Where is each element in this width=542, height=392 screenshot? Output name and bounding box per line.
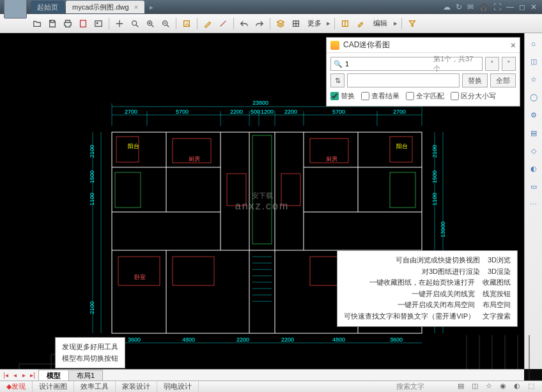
svg-rect-65 xyxy=(173,257,214,285)
search-panel: CAD迷你看图 × 🔍 第1个，共37个 ˄ ˅ ⇅ 替换 全部 替换 查看结果… xyxy=(326,37,520,107)
sb-search-placeholder[interactable]: 搜索文字 xyxy=(396,382,454,391)
svg-rect-64 xyxy=(118,257,160,285)
sb-design[interactable]: 设计画图 xyxy=(33,381,74,393)
book-button[interactable] xyxy=(339,17,352,30)
tab-first-button[interactable]: |◂ xyxy=(1,371,10,380)
check-case[interactable]: 区分大小写 xyxy=(451,91,496,101)
zoom-in-button[interactable] xyxy=(144,17,157,30)
brush-button[interactable] xyxy=(354,17,367,30)
gear-icon[interactable]: ⚙ xyxy=(527,109,540,121)
tab-last-button[interactable]: ▸| xyxy=(28,371,37,380)
search-input[interactable] xyxy=(345,60,433,68)
pan-button[interactable] xyxy=(113,17,126,30)
tab-next-button[interactable]: ▸ xyxy=(19,371,28,380)
filter-button[interactable] xyxy=(406,17,419,30)
user-avatar[interactable] xyxy=(4,0,27,19)
svg-text:卧室: 卧室 xyxy=(134,274,146,280)
close-tab-icon[interactable]: × xyxy=(134,3,138,11)
sync-icon[interactable]: ↻ xyxy=(456,3,462,11)
image-button[interactable] xyxy=(92,17,105,30)
save-button[interactable] xyxy=(46,17,59,30)
sb-homedecor[interactable]: 家装设计 xyxy=(116,381,157,393)
pdf-button[interactable] xyxy=(77,17,89,30)
open-button[interactable] xyxy=(31,17,43,30)
sb-cube-icon[interactable]: ⬚ xyxy=(528,382,538,392)
titlebar: 起始页 mycad示例图.dwg × ▸ ☁ ↻ ✉ 🎧 ⛶ — ◻ ✕ xyxy=(0,0,542,14)
add-tab-button[interactable]: ▸ xyxy=(146,3,157,11)
measure-icon[interactable]: ▭ xyxy=(527,180,540,193)
app-icon xyxy=(330,41,339,50)
zoom-extents-button[interactable] xyxy=(128,17,141,30)
replace-all-button[interactable]: 全部 xyxy=(490,73,516,87)
svg-point-2 xyxy=(97,22,98,24)
tab-layout1[interactable]: 布局1 xyxy=(68,370,103,381)
layers-button[interactable] xyxy=(274,17,287,30)
cube-icon[interactable]: ◫ xyxy=(527,55,540,68)
right-toolbar: ⌂ ◫ ☆ ◯ ⚙ ▤ ◇ ◐ ▭ ⋯ xyxy=(524,33,542,369)
sb-favorite-icon[interactable]: ☆ xyxy=(486,382,496,392)
swap-button[interactable]: ⇅ xyxy=(330,73,345,87)
check-replace[interactable]: 替换 xyxy=(330,91,355,101)
replace-input[interactable] xyxy=(350,77,456,84)
pencil-button[interactable] xyxy=(201,17,214,30)
edit-button[interactable]: 编辑 xyxy=(369,19,391,28)
svg-text:13900: 13900 xyxy=(440,222,446,237)
grid-button[interactable] xyxy=(290,17,302,30)
sb-layout-icon[interactable]: ◫ xyxy=(472,382,482,392)
star-icon[interactable]: ☆ xyxy=(527,73,540,86)
close-search-button[interactable]: × xyxy=(511,40,516,50)
sb-render-icon[interactable]: ◐ xyxy=(514,382,524,392)
more-button[interactable]: 更多 xyxy=(305,19,324,28)
tab-file-active[interactable]: mycad示例图.dwg × xyxy=(66,1,144,13)
svg-text:5700: 5700 xyxy=(176,109,189,115)
search-icon: 🔍 xyxy=(334,60,343,68)
close-icon[interactable]: ✕ xyxy=(530,3,537,11)
svg-text:2200: 2200 xyxy=(236,336,249,343)
sb-discover[interactable]: ◆ 发现 xyxy=(0,381,33,393)
line-button[interactable] xyxy=(217,17,229,30)
prev-result-button[interactable]: ˄ xyxy=(485,57,499,71)
tab-prev-button[interactable]: ◂ xyxy=(10,371,19,380)
text-button[interactable]: A xyxy=(180,17,193,30)
headset-icon[interactable]: 🎧 xyxy=(479,3,488,11)
next-result-button[interactable]: ˅ xyxy=(502,57,516,71)
check-whole-word[interactable]: 全字匹配 xyxy=(406,91,444,101)
circle-icon[interactable]: ◯ xyxy=(527,91,540,103)
maximize-icon[interactable]: ◻ xyxy=(519,3,525,11)
svg-text:2700: 2700 xyxy=(125,109,137,115)
zoom-out-button[interactable] xyxy=(159,17,172,30)
svg-text:1500: 1500 xyxy=(89,170,95,183)
undo-button[interactable] xyxy=(238,17,251,30)
redo-button[interactable] xyxy=(253,17,266,30)
sb-3d-icon[interactable]: ◉ xyxy=(500,382,510,392)
svg-rect-71 xyxy=(390,172,415,207)
tab-home[interactable]: 起始页 xyxy=(31,1,65,13)
sb-elec[interactable]: 弱电设计 xyxy=(157,381,199,393)
more-icon[interactable]: ⋯ xyxy=(527,198,540,211)
main-toolbar: A 更多▸ 编辑▸ xyxy=(0,14,542,33)
sb-tools[interactable]: 效率工具 xyxy=(74,381,116,393)
tab-model[interactable]: 模型 xyxy=(38,370,69,381)
fullscreen-icon[interactable]: ⛶ xyxy=(493,3,501,11)
replace-input-wrapper xyxy=(347,73,460,87)
print-button[interactable] xyxy=(61,17,74,30)
tag-icon[interactable]: ◇ xyxy=(527,144,540,157)
svg-text:阳台: 阳台 xyxy=(128,143,139,149)
home-icon[interactable]: ⌂ xyxy=(527,37,540,50)
minimize-icon[interactable]: — xyxy=(506,3,514,11)
sb-lineweight-icon[interactable]: ▤ xyxy=(458,382,468,392)
svg-text:4800: 4800 xyxy=(332,336,345,343)
svg-rect-68 xyxy=(227,174,246,206)
svg-text:500: 500 xyxy=(251,109,260,115)
svg-text:2200: 2200 xyxy=(230,109,243,115)
layers-icon[interactable]: ▤ xyxy=(527,126,540,139)
svg-rect-72 xyxy=(252,135,272,244)
window-controls: ☁ ↻ ✉ 🎧 ⛶ — ◻ ✕ xyxy=(443,3,542,11)
palette-icon[interactable]: ◐ xyxy=(527,162,540,175)
replace-button[interactable]: 替换 xyxy=(462,73,488,87)
search-panel-title: CAD迷你看图 xyxy=(343,40,511,50)
cloud-icon[interactable]: ☁ xyxy=(443,3,451,11)
svg-text:阳台: 阳台 xyxy=(396,143,408,149)
check-view-results[interactable]: 查看结果 xyxy=(361,91,399,101)
chat-icon[interactable]: ✉ xyxy=(467,3,474,11)
